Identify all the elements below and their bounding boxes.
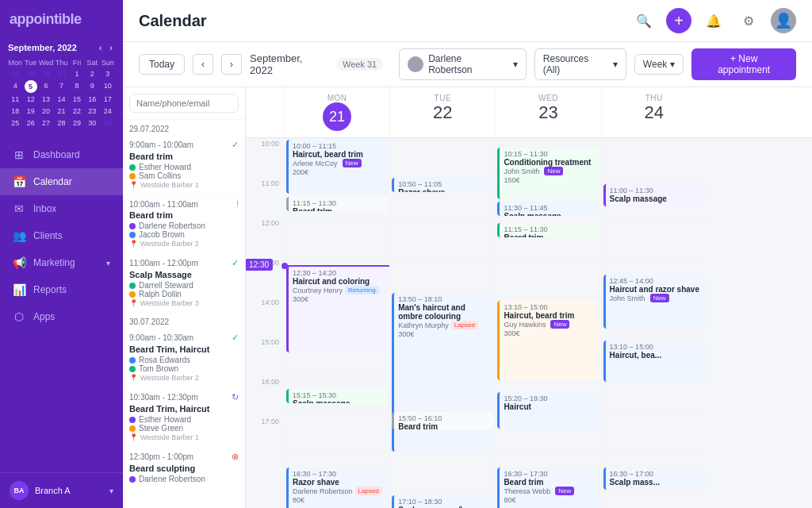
today-button[interactable]: Today <box>139 54 185 75</box>
search-input[interactable] <box>129 94 239 113</box>
settings-button[interactable]: ⚙ <box>736 8 761 33</box>
sidebar-item-dashboard[interactable]: ⊞ Dashboard <box>0 141 123 168</box>
mini-day[interactable]: 18 <box>8 106 22 117</box>
calendar-event[interactable]: 10:15 – 11:30 Conditioning treatment Joh… <box>497 148 599 199</box>
mini-day-today[interactable]: 5 <box>25 80 37 93</box>
mini-day[interactable]: 2 <box>85 68 99 79</box>
mini-day[interactable]: 11 <box>8 94 22 105</box>
mini-cal-next[interactable]: › <box>107 42 115 53</box>
sidebar-bottom: BA Branch A ▾ <box>0 472 123 508</box>
sidebar-item-reports[interactable]: 📊 Reports <box>0 276 123 303</box>
calendar-event[interactable]: 15:50 – 16:10 Beard trim <box>392 412 493 429</box>
next-week-button[interactable]: › <box>221 54 242 75</box>
mini-day[interactable]: 4 <box>8 80 22 93</box>
mini-day[interactable]: 29 <box>39 68 53 79</box>
appt-name: Scalp Massage <box>129 270 239 279</box>
prev-week-button[interactable]: ‹ <box>193 54 213 75</box>
mini-day[interactable]: 26 <box>23 117 37 129</box>
calendar-event[interactable]: 11:15 – 11:30 Beard trim <box>286 197 388 211</box>
avatar-button[interactable]: 👤 <box>771 8 796 33</box>
page-title: Calendar <box>139 12 207 30</box>
mini-day[interactable]: 7 <box>54 80 68 93</box>
branch-selector[interactable]: BA Branch A ▾ <box>10 481 113 500</box>
week-scroll[interactable]: 10:00 11:00 12:00 13:00 14:00 15:00 16:0… <box>246 138 812 508</box>
mini-cal-prev[interactable]: ‹ <box>97 42 105 53</box>
wednesday-column: 10:15 – 11:30 Conditioning treatment Joh… <box>495 138 600 508</box>
mini-day[interactable]: 22 <box>70 106 84 117</box>
mini-day[interactable]: 1 <box>70 68 84 79</box>
calendar-event[interactable]: 16:30 – 17:30 Beard trim Theresa Webb Ne… <box>497 468 599 508</box>
calendar-event[interactable]: 17:10 – 18:30 Scalp massage & conditioni… <box>392 495 493 508</box>
list-item[interactable]: 9:00am - 10:30am ✓ Beard Trim, Haircut R… <box>123 328 245 387</box>
list-item[interactable]: 10:00am - 11:00am ! Beard trim Darlene R… <box>123 194 245 253</box>
calendar-event[interactable]: 11:30 – 11:45 Scalp massage <box>497 202 599 216</box>
list-item[interactable]: 12:30pm - 1:00pm ⊗ Beard sculpting Darle… <box>123 447 245 489</box>
calendar-event[interactable]: 10:00 – 11:15 Haircut, beard trim Arlene… <box>286 140 388 194</box>
mini-day[interactable]: 10 <box>101 80 115 93</box>
mini-day[interactable]: 16 <box>85 94 99 105</box>
sidebar-item-marketing[interactable]: 📢 Marketing ▾ <box>0 249 123 276</box>
new-appointment-button[interactable]: + New appointment <box>691 48 796 80</box>
mini-day[interactable]: 6 <box>39 80 53 93</box>
day-header-fri: Fri <box>70 58 84 67</box>
mini-day[interactable]: 30 <box>85 117 99 129</box>
sidebar-item-clients[interactable]: 👥 Clients <box>0 222 123 249</box>
mini-day[interactable]: 17 <box>101 94 115 105</box>
calendar-event[interactable]: 11:15 – 11:30 Beard trim <box>497 223 599 237</box>
resources-selector[interactable]: Resources (All) ▾ <box>534 48 626 80</box>
mini-day[interactable]: 8 <box>70 80 84 93</box>
calendar-event[interactable]: 15:15 – 15:30 Scalp massage <box>286 389 388 403</box>
calendar-event[interactable]: 16:30 – 17:30 Razor shave Darlene Robert… <box>286 468 388 508</box>
event-client: Kathryn Murphy Lapsed <box>398 321 489 329</box>
calendar-event[interactable]: 13:10 – 15:00 Haircut, bea... <box>603 341 705 382</box>
mini-day[interactable]: 21 <box>54 106 68 117</box>
list-item[interactable]: 9:00am - 10:00am ✓ Beard trim Esther How… <box>123 135 245 194</box>
sidebar-item-apps[interactable]: ⬡ Apps <box>0 303 123 330</box>
mini-day[interactable]: 28 <box>54 117 68 129</box>
mini-day[interactable]: 27 <box>39 117 53 129</box>
mini-day[interactable]: 28 <box>23 68 37 79</box>
mini-day[interactable]: 24 <box>101 106 115 117</box>
mini-day[interactable]: 23 <box>85 106 99 117</box>
mini-day[interactable]: 30 <box>54 68 68 79</box>
calendar-event[interactable]: 13:10 – 15:00 Haircut, beard trim Guy Ha… <box>497 301 599 380</box>
mini-day[interactable]: 25 <box>8 117 22 129</box>
appt-client: Esther Howard <box>129 415 239 424</box>
event-title: Scalp mass... <box>610 478 701 487</box>
mini-day[interactable]: 9 <box>85 80 99 93</box>
mini-day[interactable]: 31 <box>101 117 115 129</box>
calendar-event[interactable]: 12:45 – 14:00 Haircut and razor shave Jo… <box>603 275 705 329</box>
mini-day[interactable]: 20 <box>39 106 53 117</box>
mini-day[interactable]: 29 <box>70 117 84 129</box>
event-title: Scalp massage <box>293 399 384 403</box>
logo-text: appointible <box>10 11 82 27</box>
appt-time: 10:30am - 12:30pm ↻ <box>129 392 239 402</box>
mini-day[interactable]: 12 <box>23 94 37 105</box>
event-client: Courtney Henry Returning <box>293 286 384 294</box>
search-button[interactable]: 🔍 <box>631 8 657 33</box>
mini-cal-nav[interactable]: ‹ › <box>97 42 115 53</box>
mini-day[interactable]: 3 <box>101 68 115 79</box>
mini-day[interactable]: 13 <box>39 94 53 105</box>
bell-button[interactable]: 🔔 <box>701 8 726 33</box>
calendar-event[interactable]: 11:00 – 11:30 Scalp massage <box>603 184 705 206</box>
staff-selector[interactable]: Darlene Robertson ▾ <box>399 48 527 80</box>
event-price: 300€ <box>398 330 489 338</box>
add-button[interactable]: + <box>666 8 691 33</box>
calendar-event[interactable]: 16:30 – 17:00 Scalp mass... <box>603 468 705 490</box>
mini-day[interactable]: 15 <box>70 94 84 105</box>
mini-day[interactable]: 19 <box>23 106 37 117</box>
calendar-event[interactable]: 15:20 – 19:30 Haircut <box>497 392 599 429</box>
calendar-event[interactable]: 12:30 – 14:20 Haircut and coloring Court… <box>286 267 388 352</box>
sidebar-item-label: Inbox <box>33 203 56 214</box>
sidebar-item-inbox[interactable]: ✉ Inbox <box>0 195 123 222</box>
sidebar-item-calendar[interactable]: 📅 Calendar <box>0 168 123 195</box>
sidebar-item-label: Dashboard <box>33 149 80 160</box>
calendar-event[interactable]: 10:50 – 11:05 Razor shave <box>392 178 493 192</box>
event-title: Haircut and razor shave <box>610 285 701 294</box>
view-selector[interactable]: Week ▾ <box>634 54 684 75</box>
mini-day[interactable]: 27 <box>8 68 22 79</box>
list-item[interactable]: 10:30am - 12:30pm ↻ Beard Trim, Haircut … <box>123 387 245 447</box>
mini-day[interactable]: 14 <box>54 94 68 105</box>
list-item[interactable]: 11:00am - 12:00pm ✓ Scalp Massage Darrel… <box>123 253 245 313</box>
